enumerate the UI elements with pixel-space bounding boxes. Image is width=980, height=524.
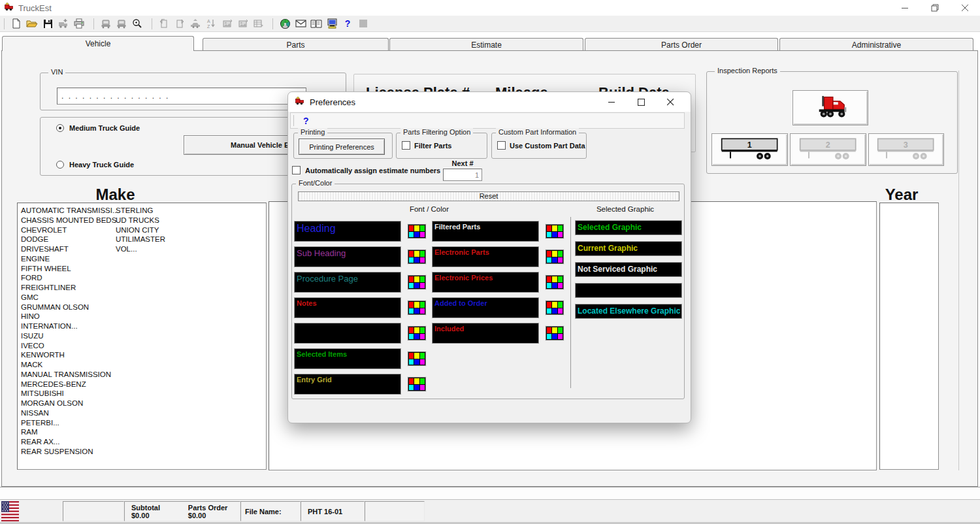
make-list-item[interactable]: VOL... — [116, 244, 165, 254]
make-list-item[interactable]: KENWORTH — [21, 350, 119, 360]
make-list-item[interactable]: INTERNATION... — [21, 321, 119, 331]
heavy-truck-guide-option[interactable]: Heavy Truck Guide — [56, 161, 134, 169]
color-palette-button[interactable] — [408, 301, 426, 315]
color-palette-button[interactable] — [408, 326, 426, 340]
tractor-inspection-button[interactable] — [792, 90, 868, 125]
tab-estimate[interactable]: Estimate — [389, 38, 583, 51]
auto-assign-option[interactable]: Automatically assign estimate numbers — [292, 166, 440, 174]
make-list-item[interactable]: DRIVESHAFT — [21, 244, 119, 254]
graphic-sample-box[interactable]: Current Graphic — [575, 241, 682, 256]
dialog-close-button[interactable] — [656, 92, 685, 112]
make-list-item[interactable]: REAR SUSPENSION — [21, 447, 119, 457]
color-palette-button[interactable] — [546, 326, 564, 340]
color-palette-button[interactable] — [408, 250, 426, 264]
make-list-item[interactable]: UD TRUCKS — [116, 216, 165, 225]
page-import-icon[interactable] — [156, 17, 172, 31]
open-file-icon[interactable] — [24, 17, 40, 31]
email-icon[interactable] — [293, 17, 308, 31]
make-list-item[interactable]: ENGINE — [21, 254, 119, 264]
next-number-input[interactable] — [443, 169, 482, 181]
graphic-sample-box[interactable]: Located Elsewhere Graphic — [575, 304, 682, 319]
tab-vehicle[interactable]: Vehicle — [2, 36, 194, 51]
make-list-item[interactable]: GRUMMAN OLSON — [21, 303, 119, 312]
new-document-icon[interactable] — [8, 17, 24, 31]
catalog-icon[interactable] — [308, 17, 324, 31]
close-button[interactable] — [950, 0, 980, 16]
vehicle-transfer-icon[interactable] — [188, 17, 203, 31]
tab-parts-order[interactable]: Parts Order — [585, 38, 778, 51]
make-list[interactable]: AUTOMATIC TRANSMISSI...CHASSIS MOUNTED B… — [17, 203, 267, 470]
print-icon[interactable] — [71, 17, 87, 31]
font-sample-box[interactable]: Entry Grid — [294, 374, 401, 395]
make-list-item[interactable]: HINO — [21, 312, 119, 321]
trailer-2-inspection-button[interactable]: 2 — [790, 133, 866, 166]
add-vehicle-icon[interactable] — [56, 17, 71, 31]
make-list-item[interactable]: FREIGHTLINER — [21, 283, 119, 293]
color-palette-button[interactable] — [408, 352, 426, 366]
sort-az-icon[interactable]: AZ — [203, 17, 219, 31]
color-palette-button[interactable] — [546, 250, 564, 264]
dialog-minimize-button[interactable] — [597, 92, 627, 112]
font-sample-box[interactable]: Filtered Parts — [432, 221, 539, 242]
image-back-icon[interactable] — [219, 17, 235, 31]
font-sample-box[interactable]: Electronic Prices — [432, 272, 539, 293]
restore-button[interactable] — [920, 0, 950, 16]
make-list-item[interactable]: UNION CITY — [116, 225, 165, 235]
graphic-sample-box[interactable] — [575, 283, 682, 298]
make-list-item[interactable]: GMC — [21, 293, 119, 303]
font-sample-box[interactable]: Notes — [294, 297, 401, 318]
truck-front-icon[interactable] — [98, 17, 114, 31]
make-list-item[interactable]: STERLING — [116, 206, 165, 216]
make-list-item[interactable]: MITSUBISHI — [21, 389, 119, 399]
font-sample-box[interactable]: Selected Items — [294, 348, 401, 369]
blank-icon[interactable] — [355, 17, 371, 31]
parts-wheel-icon[interactable] — [277, 17, 293, 31]
heavy-truck-guide-radio[interactable] — [56, 161, 64, 169]
make-list-item[interactable]: PETERBI... — [21, 418, 119, 428]
font-sample-box[interactable]: Added to Order — [432, 297, 539, 318]
font-sample-box[interactable]: Electronic Parts — [432, 246, 539, 267]
reset-button[interactable]: Reset — [298, 191, 679, 201]
make-list-item[interactable]: MERCEDES-BENZ — [21, 380, 119, 389]
minimize-button[interactable] — [890, 0, 920, 16]
tab-parts[interactable]: Parts — [203, 38, 389, 51]
trailer-3-inspection-button[interactable]: 3 — [868, 133, 944, 166]
image-forward-icon[interactable] — [235, 17, 250, 31]
make-list-item[interactable]: FIFTH WHEEL — [21, 264, 119, 274]
make-list-item[interactable]: MORGAN OLSON — [21, 399, 119, 408]
make-list-item[interactable]: MACK — [21, 360, 119, 370]
grid-update-icon[interactable] — [250, 17, 266, 31]
dialog-help-icon[interactable]: ? — [303, 116, 309, 126]
make-list-item[interactable]: AUTOMATIC TRANSMISSI... — [21, 206, 119, 216]
make-list-item[interactable]: CHASSIS MOUNTED BEDS — [21, 216, 119, 225]
medium-truck-guide-option[interactable]: Medium Truck Guide — [56, 124, 140, 132]
auto-assign-checkbox[interactable] — [292, 166, 301, 174]
trailer-1-inspection-button[interactable]: 1 — [711, 133, 788, 166]
make-list-item[interactable]: MANUAL TRANSMISSION — [21, 370, 119, 380]
color-palette-button[interactable] — [408, 224, 426, 238]
graphic-sample-box[interactable]: Selected Graphic — [575, 220, 682, 235]
year-list[interactable] — [879, 203, 939, 470]
make-list-item[interactable]: ISUZU — [21, 331, 119, 341]
save-icon[interactable] — [40, 17, 56, 31]
zoom-icon[interactable] — [129, 17, 145, 31]
make-list-item[interactable]: IVECO — [21, 341, 119, 351]
make-list-item[interactable]: REAR AX... — [21, 437, 119, 447]
computer-icon[interactable] — [324, 17, 340, 31]
make-list-item[interactable]: UTILIMASTER — [116, 235, 165, 244]
truck-front-icon-2[interactable] — [114, 17, 129, 31]
use-custom-part-checkbox[interactable] — [497, 141, 506, 150]
tab-administrative[interactable]: Administrative — [779, 38, 973, 51]
color-palette-button[interactable] — [546, 275, 564, 289]
make-list-item[interactable]: NISSAN — [21, 408, 119, 418]
filter-parts-option[interactable]: Filter Parts — [402, 141, 451, 150]
color-palette-button[interactable] — [408, 275, 426, 289]
use-custom-part-option[interactable]: Use Custom Part Data — [497, 141, 585, 150]
filter-parts-checkbox[interactable] — [402, 141, 410, 150]
color-palette-button[interactable] — [546, 301, 564, 315]
font-sample-box[interactable]: Included — [432, 323, 539, 344]
color-palette-button[interactable] — [546, 224, 564, 238]
printing-preferences-button[interactable]: Printing Preferences — [299, 139, 385, 155]
make-list-item[interactable]: FORD — [21, 273, 119, 283]
color-palette-button[interactable] — [408, 377, 426, 391]
